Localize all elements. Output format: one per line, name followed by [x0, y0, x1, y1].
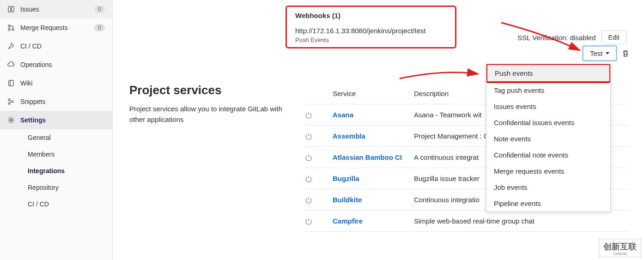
power-icon: [305, 218, 333, 225]
sidebar-label: Issues: [20, 6, 89, 13]
sidebar-sub-label: Members: [28, 151, 105, 158]
sidebar-item-settings[interactable]: Settings: [0, 111, 112, 129]
svg-point-3: [8, 29, 10, 30]
service-link-campfire[interactable]: Campfire: [333, 217, 363, 225]
sidebar-label: Wiki: [20, 79, 105, 87]
book-icon: [7, 79, 15, 87]
svg-point-4: [12, 29, 14, 30]
badge: 0: [94, 24, 105, 31]
sidebar-sub-general[interactable]: General: [20, 129, 112, 146]
dropdown-item-confidential-note[interactable]: Confidential note events: [486, 147, 610, 163]
svg-point-7: [8, 103, 10, 104]
svg-rect-0: [8, 6, 11, 12]
ssl-verification-text: SSL Verification: disabled: [517, 34, 596, 42]
delete-webhook-button[interactable]: [622, 50, 629, 57]
sidebar-sub-repository[interactable]: Repository: [20, 179, 112, 196]
sidebar-sub-label: Integrations: [28, 167, 105, 175]
rocket-icon: [7, 42, 15, 50]
power-icon: [305, 111, 333, 119]
scissors-icon: [7, 98, 15, 105]
highlight-box: Push events: [486, 64, 611, 83]
dropdown-item-confidential-issues[interactable]: Confidential issues events: [486, 115, 610, 131]
col-status: [305, 90, 333, 97]
svg-point-8: [10, 119, 12, 121]
edit-button[interactable]: Edit: [601, 30, 626, 44]
svg-rect-1: [12, 6, 14, 12]
svg-point-6: [8, 99, 10, 101]
service-link-bamboo[interactable]: Atlassian Bamboo CI: [333, 153, 402, 161]
power-icon: [305, 154, 333, 161]
sidebar-item-merge-requests[interactable]: Merge Requests 0: [0, 18, 112, 37]
watermark: 创新互联 CXHLCN: [599, 239, 641, 257]
service-desc: Simple web-based real-time group chat: [414, 217, 628, 225]
dropdown-item-job[interactable]: Job events: [486, 179, 610, 195]
dropdown-item-push-events[interactable]: Push events: [487, 65, 609, 81]
webhook-events: Push Events: [295, 36, 447, 43]
sidebar-sub-label: CI / CD: [28, 200, 105, 208]
dropdown-item-note[interactable]: Note events: [486, 131, 610, 147]
service-link-asana[interactable]: Asana: [333, 111, 353, 119]
col-service-header: Service: [333, 90, 414, 97]
power-icon: [305, 196, 333, 204]
sidebar-sub-integrations[interactable]: Integrations: [20, 163, 112, 179]
sidebar-submenu: General Members Integrations Repository …: [0, 129, 112, 212]
service-link-assembla[interactable]: Assembla: [333, 132, 365, 140]
cloud-icon: [7, 61, 15, 68]
power-icon: [305, 175, 333, 182]
section-header: Project services Project services allow …: [129, 83, 286, 125]
dropdown-item-issues[interactable]: Issues events: [486, 98, 610, 115]
sidebar-label: Snippets: [20, 98, 105, 105]
section-description: Project services allow you to integrate …: [129, 104, 286, 125]
power-icon: [305, 133, 333, 140]
issues-icon: [7, 6, 15, 13]
test-dropdown-menu: Push events Tag push events Issues event…: [486, 64, 611, 212]
sidebar-item-cicd[interactable]: CI / CD: [0, 37, 112, 55]
section-title: Project services: [129, 83, 286, 97]
dropdown-item-pipeline[interactable]: Pipeline events: [486, 195, 610, 212]
sidebar-item-wiki[interactable]: Wiki: [0, 74, 112, 92]
badge: 0: [94, 6, 105, 13]
test-dropdown-button[interactable]: Test: [582, 45, 617, 61]
watermark-text: 创新互联: [603, 242, 637, 251]
sidebar-label: Operations: [20, 61, 105, 68]
sidebar-sub-label: General: [28, 134, 105, 141]
webhook-url: http://172.16.1.33:8080/jenkins/project/…: [295, 27, 447, 35]
service-link-buildkite[interactable]: Buildkite: [333, 196, 362, 204]
sidebar-item-snippets[interactable]: Snippets: [0, 92, 112, 111]
gear-icon: [7, 116, 15, 124]
test-row: Test: [582, 45, 629, 61]
caret-down-icon: [606, 52, 609, 54]
webhooks-title: Webhooks (1): [295, 12, 447, 19]
watermark-sub: CXHLCN: [603, 252, 637, 255]
sidebar-label: Merge Requests: [20, 24, 89, 31]
svg-point-2: [8, 25, 10, 27]
service-link-bugzilla[interactable]: Bugzilla: [333, 175, 359, 182]
sidebar-item-issues[interactable]: Issues 0: [0, 0, 112, 18]
sidebar-label: Settings: [20, 116, 105, 124]
sidebar-sub-cicd[interactable]: CI / CD: [20, 196, 112, 212]
sidebar: Issues 0 Merge Requests 0 CI / CD Operat…: [0, 0, 113, 260]
dropdown-item-tag-push[interactable]: Tag push events: [486, 82, 610, 98]
sidebar-label: CI / CD: [20, 42, 105, 50]
webhooks-box: Webhooks (1) http://172.16.1.33:8080/jen…: [286, 6, 456, 48]
sidebar-item-operations[interactable]: Operations: [0, 55, 112, 74]
webhook-actions: SSL Verification: disabled Edit: [517, 30, 626, 44]
sidebar-sub-label: Repository: [28, 184, 105, 191]
table-row: Campfire Simple web-based real-time grou…: [305, 211, 628, 232]
dropdown-item-merge-requests[interactable]: Merge requests events: [486, 163, 610, 179]
annotation-arrow-2: [397, 65, 490, 83]
test-label: Test: [590, 49, 603, 57]
svg-rect-5: [9, 80, 13, 86]
merge-icon: [7, 24, 15, 31]
sidebar-sub-members[interactable]: Members: [20, 146, 112, 163]
